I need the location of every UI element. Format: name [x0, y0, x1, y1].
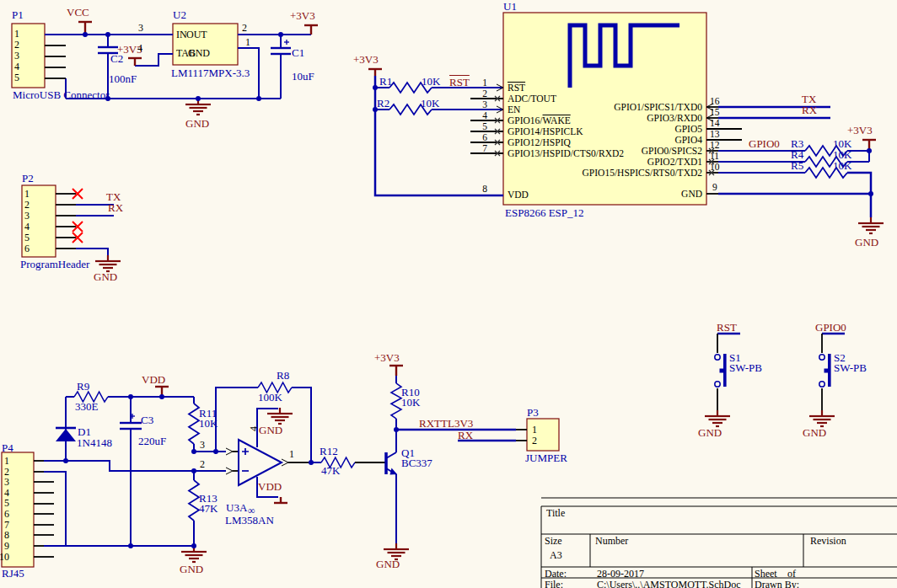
c2-value: 100nF: [109, 73, 137, 85]
u2-part: LM1117MPX-3.3: [171, 67, 250, 79]
u1-pin-number: 4: [482, 110, 487, 120]
titleblock-of-label: of: [787, 569, 796, 580]
r2-value: 10K: [421, 98, 439, 110]
schematic-sheet: P1 1 2 3 4 5 MicroUSB Connector VCC +3V3…: [0, 0, 897, 588]
u1-pin-number: 2: [482, 88, 487, 99]
u1-pin-name: EN: [508, 104, 520, 115]
p1-pin-number: 5: [14, 72, 19, 83]
net-label-vdd: VDD: [142, 374, 165, 386]
p3-ref: P3: [527, 407, 539, 419]
p3-pin-number: 2: [532, 436, 537, 446]
gnd-label: GND: [259, 425, 282, 436]
u2-pin-name-out: OUT: [186, 29, 207, 40]
p1-description: MicroUSB Connector: [13, 89, 109, 101]
p2-pin-number: 3: [24, 211, 30, 222]
titleblock-revision-label: Revision: [810, 536, 846, 547]
p1-pin-number: 2: [14, 40, 19, 51]
r9-value: 330E: [75, 401, 98, 413]
gnd-label: GND: [180, 564, 203, 575]
s2-part: SW-PB: [834, 362, 867, 374]
net-label-rx: RX: [802, 104, 817, 116]
p4-pin-number: 3: [4, 477, 9, 488]
resistors[interactable]: [74, 83, 847, 521]
u1-pin-name: RST: [508, 83, 525, 93]
wires: [44, 35, 871, 546]
gnd-label: GND: [698, 427, 722, 439]
u2-pin-number-out: 2: [242, 23, 247, 34]
d1-part: 1N4148: [77, 437, 112, 449]
r5-ref: R5: [791, 160, 803, 172]
r12-ref: R12: [320, 446, 338, 457]
u1-pin-name: GPIO4: [674, 135, 702, 145]
titleblock-sheet-label: Sheet: [755, 569, 777, 580]
p4-pin-number: 10: [0, 552, 9, 563]
u1-pin-name: ADC/TOUT: [508, 94, 556, 104]
r8-value: 100K: [258, 392, 282, 404]
u3a-part: LM358AN: [225, 515, 274, 527]
titleblock-date-value: 28-09-2017: [597, 569, 644, 580]
switch-s1[interactable]: [715, 354, 727, 387]
net-label-rxttl3v3: RXTTL3V3: [419, 418, 473, 430]
p2-pin-number: 4: [24, 222, 30, 233]
u1-pin-name: GPIO3/RXD0: [647, 113, 702, 123]
u1-pin-name: VDD: [508, 190, 529, 200]
r12-value: 47K: [321, 465, 340, 477]
p3-description: JUMPER: [525, 452, 567, 464]
r10-value: 10K: [401, 397, 420, 409]
titleblock-file-label: File:: [545, 580, 563, 588]
u1-pin-number: 16: [710, 96, 720, 106]
net-label-gpio0: GPIO0: [815, 322, 846, 334]
r13-value: 47K: [199, 503, 218, 515]
gnd-label: GND: [94, 271, 117, 283]
p3-pin-number: 1: [532, 425, 537, 436]
titleblock-size-label: Size: [545, 536, 562, 547]
gnd-label: GND: [185, 118, 209, 130]
p4-pin-number: 1: [4, 456, 9, 467]
p2-pin-number: 2: [24, 200, 30, 211]
net-label-vdd: VDD: [258, 481, 282, 493]
switch-s2[interactable]: [819, 354, 831, 387]
u1-pin-number: 9: [712, 182, 717, 192]
u1-pin-name: GPIO16/WAKE: [508, 115, 571, 126]
r2-ref: R2: [377, 98, 389, 110]
u1-pin-name: GPIO13/HSPID/CTS0/RXD2: [508, 148, 624, 158]
u1-ref: U1: [503, 1, 517, 13]
u1-pin-number: 10: [710, 162, 720, 172]
net-label-3v3: +3V3: [290, 10, 315, 22]
u1-pin-name: GND: [681, 189, 702, 199]
p2-description: ProgramHeader: [20, 259, 89, 270]
u1-pin-name: GPIO2/TXD1: [647, 157, 702, 167]
u1-pin-number: 1: [482, 78, 487, 88]
titleblock-file-value: C:\Users\..\AMSTOMOTT.SchDoc: [597, 580, 741, 588]
p4-pin-number: 6: [4, 509, 9, 520]
p4-ref: P4: [2, 442, 13, 454]
c3-value: 220uF: [138, 436, 166, 447]
p4-pin-number: 9: [4, 541, 9, 552]
power-symbols: [78, 22, 876, 503]
u1-pin-name: GPIO0/SPICS2: [642, 146, 702, 156]
transistor-q1[interactable]: [386, 452, 397, 475]
net-label-gpio0: GPIO0: [749, 138, 780, 150]
net-label-rx: RX: [458, 430, 473, 441]
c2-ref: C2: [110, 53, 123, 65]
r5-value: 10K: [833, 160, 851, 172]
gnd-label: GND: [855, 237, 878, 249]
p2-ref: P2: [22, 173, 34, 184]
c1-value: 10uF: [292, 71, 314, 83]
p2-pin-number: 1: [24, 189, 30, 200]
titleblock-drawnby-label: Drawn By:: [755, 580, 799, 588]
gnd-label: GND: [803, 427, 826, 439]
q1-part: BC337: [401, 457, 432, 469]
opamp-u3a[interactable]: [239, 440, 282, 485]
r8-ref: R8: [277, 370, 289, 382]
u2-ref: U2: [173, 9, 186, 21]
u1-pin-number: 5: [482, 121, 487, 131]
s1-part: SW-PB: [729, 362, 762, 374]
diode-d1[interactable]: [56, 428, 76, 441]
u1-pin-name: GPIO15/HSPICS/RTS0/TXD2: [583, 168, 702, 178]
titleblock-size-value: A3: [550, 550, 562, 561]
net-label-3v3: +3V3: [353, 54, 379, 66]
u2-pin-number-in: 3: [138, 23, 143, 34]
u1-pin-number: 12: [710, 140, 720, 150]
p4-pin-number: 8: [4, 530, 9, 541]
